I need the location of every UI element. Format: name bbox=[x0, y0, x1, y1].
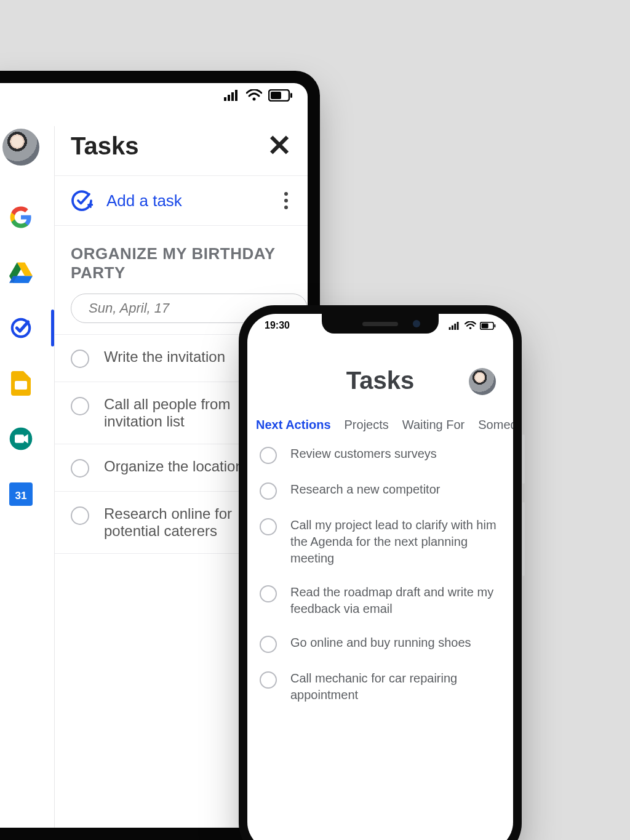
drive-icon bbox=[9, 262, 33, 283]
sidebar-item-google[interactable] bbox=[6, 202, 36, 232]
task-checkbox[interactable] bbox=[71, 506, 89, 525]
svg-rect-0 bbox=[224, 97, 226, 101]
task-row[interactable]: Call my project lead to clarify with him… bbox=[260, 517, 501, 567]
cellular-icon bbox=[224, 90, 240, 101]
task-label: Call my project lead to clarify with him… bbox=[290, 517, 501, 567]
add-task-icon bbox=[71, 190, 93, 212]
slides-icon bbox=[11, 371, 31, 396]
close-button[interactable]: ✕ bbox=[267, 131, 292, 161]
tasks-icon bbox=[9, 316, 33, 340]
svg-rect-21 bbox=[494, 324, 495, 327]
svg-rect-17 bbox=[457, 322, 459, 330]
svg-rect-9 bbox=[15, 381, 27, 390]
task-row[interactable]: Research a new competitor bbox=[260, 481, 501, 500]
task-label: Write the invitation bbox=[104, 348, 225, 366]
svg-rect-16 bbox=[454, 323, 456, 329]
sidebar-item-meet[interactable] bbox=[6, 424, 36, 454]
sidebar-item-tasks[interactable] bbox=[6, 313, 36, 343]
svg-rect-3 bbox=[235, 90, 237, 101]
sidebar-item-calendar[interactable]: 31 bbox=[6, 479, 36, 509]
task-row[interactable]: Read the roadmap draft and write my feed… bbox=[260, 584, 501, 617]
task-label: Organize the location bbox=[104, 458, 244, 475]
task-checkbox[interactable] bbox=[260, 482, 277, 500]
avatar[interactable] bbox=[469, 368, 496, 395]
tab-waiting-for[interactable]: Waiting For bbox=[402, 418, 465, 432]
phone-status-bar: 19:30 bbox=[247, 320, 513, 331]
task-label: Research a new competitor bbox=[290, 481, 440, 498]
task-row[interactable]: Review customers surveys bbox=[260, 446, 501, 464]
svg-rect-7 bbox=[290, 93, 292, 98]
svg-rect-14 bbox=[449, 327, 451, 329]
svg-point-18 bbox=[469, 327, 472, 329]
task-row[interactable]: Go online and buy running shoes bbox=[260, 634, 501, 653]
sidebar-item-drive[interactable] bbox=[6, 258, 36, 287]
avatar[interactable] bbox=[2, 129, 39, 166]
task-checkbox[interactable] bbox=[260, 671, 277, 689]
wifi-icon bbox=[246, 89, 262, 102]
svg-rect-1 bbox=[228, 95, 230, 101]
svg-rect-20 bbox=[482, 323, 488, 328]
meet-icon bbox=[9, 426, 33, 451]
battery-icon bbox=[268, 89, 293, 102]
svg-rect-15 bbox=[452, 325, 453, 329]
more-menu-button[interactable] bbox=[281, 188, 292, 213]
sidebar-item-slides[interactable] bbox=[6, 369, 36, 398]
tab-projects[interactable]: Projects bbox=[345, 418, 389, 432]
svg-rect-11 bbox=[15, 434, 24, 442]
phone-screen: 19:30 Tasks Next Actions Projects Waitin… bbox=[247, 314, 513, 840]
tablet-status-bar bbox=[224, 89, 293, 102]
tab-someday[interactable]: Someday bbox=[478, 418, 513, 432]
phone-header: Tasks bbox=[247, 354, 513, 410]
task-checkbox[interactable] bbox=[71, 350, 89, 368]
phone-task-list: Review customers surveys Research a new … bbox=[247, 442, 513, 707]
task-row[interactable]: Call mechanic for car repairing appointm… bbox=[260, 670, 501, 703]
sidebar: 31 bbox=[0, 126, 54, 828]
wifi-icon bbox=[465, 321, 476, 330]
svg-point-4 bbox=[253, 98, 256, 101]
battery-icon bbox=[480, 322, 496, 330]
svg-rect-2 bbox=[231, 92, 234, 101]
add-task-row: Add a task bbox=[55, 175, 308, 226]
task-checkbox[interactable] bbox=[260, 585, 277, 602]
page-title: Tasks bbox=[71, 132, 138, 160]
google-icon bbox=[9, 206, 33, 229]
svg-rect-6 bbox=[271, 92, 281, 99]
svg-text:31: 31 bbox=[15, 490, 27, 502]
task-label: Review customers surveys bbox=[290, 446, 437, 462]
section-title: ORGANIZE MY BIRTHDAY PARTY bbox=[55, 226, 308, 291]
task-label: Go online and buy running shoes bbox=[290, 634, 471, 651]
tab-next-actions[interactable]: Next Actions bbox=[256, 418, 331, 432]
task-checkbox[interactable] bbox=[71, 397, 89, 415]
task-checkbox[interactable] bbox=[260, 518, 277, 535]
calendar-icon: 31 bbox=[9, 482, 33, 506]
add-task-label: Add a task bbox=[106, 191, 182, 210]
task-checkbox[interactable] bbox=[260, 636, 277, 653]
phone-device: 19:30 Tasks Next Actions Projects Waitin… bbox=[239, 305, 522, 840]
task-checkbox[interactable] bbox=[71, 459, 89, 478]
task-checkbox[interactable] bbox=[260, 447, 277, 464]
cellular-icon bbox=[449, 322, 461, 330]
status-time: 19:30 bbox=[265, 320, 290, 331]
add-task-button[interactable]: Add a task bbox=[71, 190, 182, 212]
task-label: Read the roadmap draft and write my feed… bbox=[290, 584, 501, 617]
task-label: Call mechanic for car repairing appointm… bbox=[290, 670, 501, 703]
tabs: Next Actions Projects Waiting For Someda… bbox=[247, 410, 513, 442]
phone-title: Tasks bbox=[346, 367, 414, 394]
